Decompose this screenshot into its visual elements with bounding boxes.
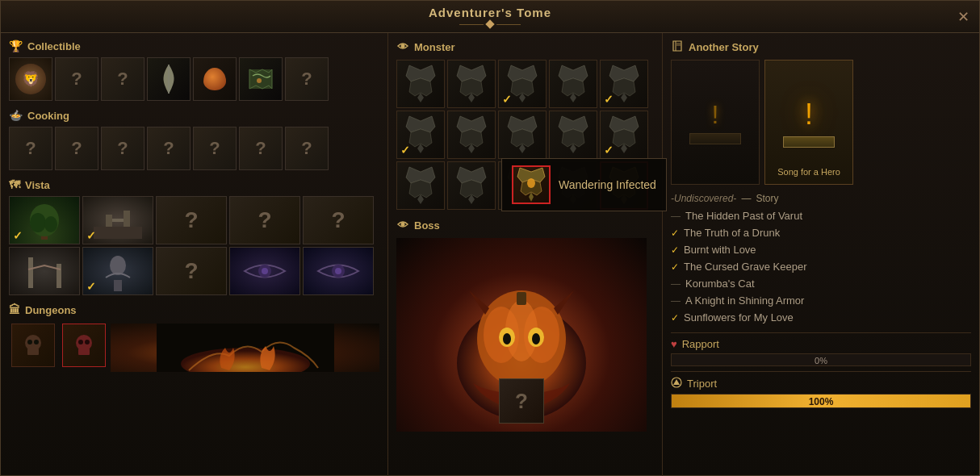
svg-point-39	[503, 333, 511, 344]
collectible-grid: 🦁 ? ?	[9, 57, 379, 101]
vista-header: 🗺 Vista	[9, 178, 379, 191]
monster-wing-5-icon	[606, 64, 642, 104]
monster-1[interactable]	[396, 60, 445, 108]
unknown-icon: ?	[117, 69, 128, 90]
cooking-item-7[interactable]: ?	[285, 127, 329, 170]
story-item-1[interactable]: ✓ The Truth of a Drunk	[671, 224, 971, 241]
story-item-4[interactable]: — Korumba's Cat	[671, 275, 971, 292]
vista-item-3[interactable]: ?	[156, 196, 227, 244]
monster-8[interactable]	[498, 111, 547, 159]
monster-wing-3-icon	[505, 64, 540, 104]
svg-rect-12	[57, 264, 61, 288]
collectible-item-3[interactable]: ?	[101, 57, 144, 101]
story-check-2: ✓	[671, 244, 679, 256]
tooltip-wing-icon	[515, 167, 547, 203]
collectible-item-2[interactable]: ?	[55, 57, 98, 101]
story-item-0[interactable]: — The Hidden Past of Varut	[671, 207, 971, 224]
vista-item-8[interactable]: ?	[156, 247, 227, 295]
monster-11[interactable]	[396, 161, 445, 210]
monster-4[interactable]	[549, 60, 597, 108]
orange-icon	[203, 68, 226, 90]
vista-label: Vista	[25, 179, 50, 191]
unknown-icon: ?	[184, 258, 198, 284]
monster-7[interactable]	[447, 111, 496, 159]
monster-12[interactable]	[447, 161, 496, 210]
monster-wing-10-icon	[606, 115, 642, 155]
dungeon-icon-2[interactable]	[62, 324, 106, 367]
collectible-item-7[interactable]: ?	[285, 57, 329, 101]
story-card-1[interactable]: !	[671, 60, 760, 185]
vista-bg-4: ?	[230, 197, 299, 244]
story-check-empty-5: —	[671, 295, 681, 307]
svg-rect-9	[112, 219, 124, 222]
story-item-6[interactable]: ✓ Sunflowers for My Love	[671, 309, 971, 326]
vista-bg-2	[83, 197, 153, 244]
rapport-label: Rapport	[682, 338, 719, 350]
cooking-item-5[interactable]: ?	[193, 127, 237, 170]
ruins-vista-icon	[90, 198, 146, 243]
unknown-icon: ?	[71, 69, 82, 90]
eye2-vista-icon	[314, 255, 362, 287]
collectible-item-6[interactable]	[239, 57, 283, 101]
middle-panel: Monster	[388, 33, 663, 476]
card-base-1	[689, 133, 741, 144]
book-icon	[671, 40, 684, 52]
boss-image-container: ?	[396, 238, 647, 432]
vista-item-5[interactable]: ?	[303, 196, 374, 244]
main-window: Adventurer's Tome ✕ 🏆 Collectible 🦁	[0, 0, 980, 476]
unknown-icon: ?	[301, 138, 312, 159]
monster-2[interactable]	[447, 60, 496, 108]
story-cards-container: ! ! Song for a Hero	[671, 60, 971, 185]
rapport-bar: 0%	[671, 353, 971, 366]
monster-5[interactable]	[600, 60, 648, 108]
vista-item-6[interactable]	[9, 247, 80, 295]
triport-header: Triport	[671, 377, 971, 390]
svg-point-47	[527, 178, 535, 188]
vista-item-1[interactable]	[9, 196, 80, 244]
triport-percent: 100%	[809, 395, 834, 409]
collectible-item-1[interactable]: 🦁	[9, 57, 52, 101]
story-item-1-label: The Truth of a Drunk	[684, 227, 971, 239]
vista-item-2[interactable]	[82, 196, 153, 244]
cooking-item-6[interactable]: ?	[239, 127, 283, 170]
dungeon-icon-1[interactable]	[11, 324, 55, 367]
boss-eye-icon	[396, 218, 409, 231]
monster-6[interactable]	[396, 111, 445, 159]
collectible-item-5[interactable]	[193, 57, 237, 101]
story-item-2[interactable]: ✓ Burnt with Love	[671, 241, 971, 258]
monster-10[interactable]	[600, 111, 648, 159]
story-item-5[interactable]: — A Knight in Shining Armor	[671, 292, 971, 309]
story-card-2[interactable]: ! Song for a Hero	[764, 60, 853, 185]
tooltip-monster-name: Wandering Infected	[559, 178, 656, 191]
cooking-item-2[interactable]: ?	[55, 127, 98, 170]
dungeons-label: Dungeons	[25, 304, 77, 316]
collectible-item-4[interactable]	[147, 57, 191, 101]
vista-item-4[interactable]: ?	[229, 196, 300, 244]
svg-point-40	[532, 333, 540, 344]
svg-marker-46	[673, 379, 680, 385]
vista-item-7[interactable]	[82, 247, 153, 295]
monster-3[interactable]	[498, 60, 547, 108]
story-check-empty-0: —	[671, 211, 681, 222]
story-item-2-label: Burnt with Love	[684, 244, 971, 256]
monster-wing-8-icon	[505, 115, 540, 155]
story-check-empty-4: —	[671, 278, 681, 290]
vista-item-10[interactable]	[303, 247, 374, 295]
vista-item-9[interactable]	[229, 247, 300, 295]
undiscovered-label: -Undiscovered-	[671, 193, 736, 204]
svg-point-22	[34, 340, 39, 344]
cooking-item-3[interactable]: ?	[101, 127, 144, 170]
triport-triangle-icon	[671, 377, 682, 390]
right-panel: Another Story ! ! Song for a	[663, 33, 979, 476]
cooking-header: 🍲 Cooking	[9, 109, 379, 122]
story-item-0-label: The Hidden Past of Varut	[685, 210, 971, 222]
story-item-3[interactable]: ✓ The Cursed Grave Keeper	[671, 258, 971, 275]
cooking-item-4[interactable]: ?	[147, 127, 191, 170]
monster-wing-6-icon	[403, 115, 438, 155]
monster-9[interactable]	[549, 111, 597, 159]
story-card-1-inner: !	[672, 61, 759, 184]
cooking-item-1[interactable]: ?	[9, 127, 52, 170]
story-check-3: ✓	[671, 261, 679, 273]
monster-wing-11-icon	[403, 165, 438, 206]
close-button[interactable]: ✕	[957, 8, 970, 26]
